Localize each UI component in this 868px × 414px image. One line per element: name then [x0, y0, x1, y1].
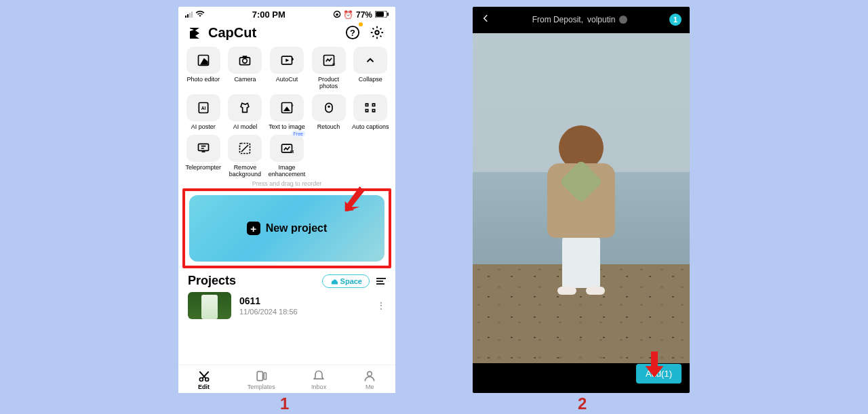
- brand-logo-icon: [188, 24, 204, 41]
- help-button[interactable]: ?: [344, 24, 361, 41]
- nav-me[interactable]: Me: [362, 369, 377, 390]
- svg-text:?: ?: [350, 28, 355, 38]
- tool-label: Collapse: [359, 77, 382, 83]
- svg-text:HD: HD: [290, 149, 294, 153]
- tool-label: Photo editor: [187, 77, 220, 83]
- svg-point-29: [368, 371, 372, 376]
- tool-text-to-image[interactable]: Text to image: [267, 94, 307, 131]
- tool-label: AutoCut: [276, 77, 298, 83]
- tool-label: Product photos: [309, 77, 349, 90]
- tool-product-photos[interactable]: AIProduct photos: [309, 47, 349, 90]
- tool-remove-background[interactable]: Remove background: [226, 135, 265, 178]
- svg-rect-10: [243, 56, 248, 58]
- svg-text:AI: AI: [201, 105, 205, 110]
- tool-ai-model[interactable]: AI model: [226, 94, 265, 131]
- tool-photo-editor[interactable]: Photo editor: [184, 47, 223, 90]
- project-thumb: [188, 292, 231, 319]
- project-date: 11/06/2024 18:56: [239, 308, 368, 316]
- tool-label: Camera: [234, 77, 256, 83]
- annotation-arrow-icon: [342, 184, 366, 211]
- sort-icon[interactable]: [376, 278, 386, 285]
- svg-rect-2: [387, 12, 389, 16]
- media-preview[interactable]: [473, 33, 690, 363]
- wifi-icon: [195, 10, 205, 19]
- free-badge: Free: [292, 131, 305, 137]
- cloud-icon: [330, 278, 338, 285]
- preview-subject: [545, 125, 618, 295]
- nav-templates[interactable]: Templates: [248, 369, 275, 390]
- svg-rect-1: [376, 12, 384, 17]
- back-button[interactable]: [481, 12, 490, 26]
- tool-autocut[interactable]: AutoCut: [267, 47, 307, 90]
- tool-ai-poster[interactable]: AIAI poster: [184, 94, 223, 131]
- status-bar: 7:00 PM ⦿ ⏰ 77%: [178, 7, 395, 20]
- avatar-icon: [619, 16, 627, 24]
- picker-header: From Deposit, volputin 1: [473, 7, 690, 32]
- tool-label: Text to image: [269, 124, 305, 131]
- selection-count[interactable]: 1: [669, 14, 682, 26]
- project-item[interactable]: 0611 11/06/2024 18:56 ⋮: [178, 291, 395, 320]
- tool-camera[interactable]: Camera: [226, 47, 265, 90]
- svg-marker-33: [646, 352, 664, 377]
- tool-teleprompter[interactable]: Teleprompter: [184, 135, 223, 178]
- new-project-label: New project: [266, 222, 328, 234]
- picker-title-user: volputin: [587, 15, 615, 24]
- tool-label: AI poster: [191, 124, 216, 131]
- tool-grid: Photo editor Camera AutoCut AIProduct ph…: [178, 44, 395, 178]
- svg-marker-18: [283, 106, 290, 111]
- nav-label: Me: [366, 384, 374, 390]
- svg-point-9: [243, 59, 248, 64]
- step-label-1: 1: [280, 394, 289, 413]
- tool-label: Image enhancement: [267, 165, 307, 178]
- project-title: 0611: [239, 295, 368, 306]
- app-header: CapCut ?: [178, 20, 395, 44]
- space-button[interactable]: Space: [322, 274, 370, 288]
- tool-retouch[interactable]: Retouch: [309, 94, 349, 131]
- settings-button[interactable]: [368, 24, 386, 41]
- signal-icon: [185, 12, 193, 18]
- battery-percent: 77%: [356, 10, 372, 20]
- svg-point-5: [375, 30, 379, 35]
- bottom-nav: Edit Templates Inbox Me: [178, 365, 395, 393]
- svg-marker-7: [200, 58, 208, 65]
- space-label: Space: [340, 277, 362, 285]
- alarm-location-icon: ⦿ ⏰: [333, 10, 353, 20]
- tool-label: Retouch: [317, 124, 340, 131]
- tool-label: Teleprompter: [186, 165, 222, 171]
- tool-collapse[interactable]: Collapse: [351, 47, 390, 90]
- notification-dot-icon: [359, 22, 363, 26]
- nav-label: Templates: [248, 384, 275, 390]
- picker-title-prefix: From Deposit,: [532, 15, 583, 24]
- tool-label: Remove background: [226, 165, 265, 178]
- nav-inbox[interactable]: Inbox: [311, 369, 326, 390]
- svg-rect-27: [258, 371, 263, 380]
- nav-label: Inbox: [311, 384, 326, 390]
- annotation-arrow-icon: [643, 350, 666, 377]
- status-time: 7:00 PM: [252, 9, 285, 20]
- tool-label: AI model: [233, 124, 258, 131]
- battery-icon: [375, 10, 389, 20]
- projects-header: Projects Space: [178, 270, 395, 291]
- svg-rect-28: [264, 373, 267, 379]
- plus-icon: +: [247, 222, 260, 235]
- tool-image-enhancement[interactable]: FreeHDImage enhancement: [267, 135, 307, 178]
- svg-rect-21: [198, 144, 208, 150]
- brand: CapCut: [188, 24, 256, 41]
- projects-heading: Projects: [188, 274, 236, 288]
- step-label-2: 2: [578, 394, 587, 413]
- svg-point-20: [328, 105, 330, 107]
- svg-marker-12: [285, 59, 289, 62]
- brand-name: CapCut: [208, 25, 256, 41]
- tool-auto-captions[interactable]: Auto captions: [351, 94, 390, 131]
- svg-text:AI: AI: [332, 62, 335, 66]
- project-more-icon[interactable]: ⋮: [376, 300, 386, 311]
- nav-label: Edit: [198, 384, 210, 390]
- tool-label: Auto captions: [352, 124, 389, 131]
- phone-right: From Deposit, volputin 1 Add(1): [473, 7, 690, 393]
- nav-edit[interactable]: Edit: [197, 369, 212, 390]
